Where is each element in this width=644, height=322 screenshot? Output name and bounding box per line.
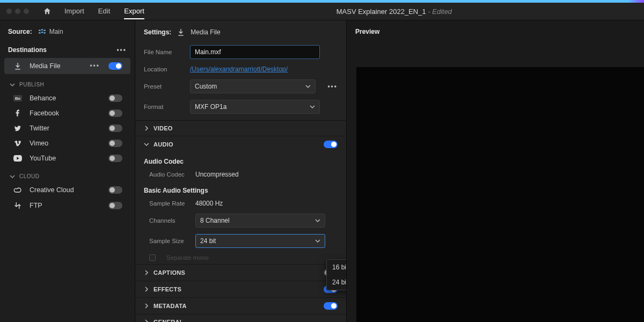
tab-edit[interactable]: Edit xyxy=(98,4,110,19)
section-video[interactable]: VIDEO xyxy=(135,120,346,136)
chevron-down-icon xyxy=(10,174,15,179)
preset-select[interactable]: Custom xyxy=(190,79,316,93)
destination-twitter-toggle[interactable] xyxy=(108,125,122,132)
destination-youtube-toggle[interactable] xyxy=(108,155,122,162)
source-value[interactable]: Main xyxy=(39,28,63,35)
file-name-input[interactable] xyxy=(190,45,320,59)
destination-label: FTP xyxy=(30,202,102,209)
destination-behance-toggle[interactable] xyxy=(108,94,122,102)
section-audio-label: AUDIO xyxy=(153,141,319,148)
destination-label: Creative Cloud xyxy=(30,186,102,194)
svg-rect-0 xyxy=(39,30,41,31)
destination-label: Media File xyxy=(30,62,83,70)
group-publish[interactable]: PUBLISH xyxy=(0,74,135,91)
preview-heading: Preview xyxy=(347,20,644,43)
title-bar: Import Edit Export MASV Explainer 2022_E… xyxy=(0,3,644,20)
section-audio[interactable]: AUDIO xyxy=(135,136,346,152)
sample-rate-value: 48000 Hz xyxy=(195,200,223,207)
destination-creative-cloud-toggle[interactable] xyxy=(108,186,122,194)
section-general-label: GENERAL xyxy=(153,319,338,322)
sample-size-option-24bit[interactable]: 24 bit ✓ xyxy=(327,275,347,290)
destination-item-more-icon[interactable]: ••• xyxy=(90,62,100,70)
chevron-right-icon xyxy=(144,319,149,322)
file-name-label: File Name xyxy=(144,49,184,55)
destinations-panel: Source: Main Destinations ••• Media File… xyxy=(0,20,135,322)
separate-mono-label: Separate mono xyxy=(166,254,209,261)
audio-codec-heading: Audio Codec xyxy=(135,152,346,167)
chevron-down-icon xyxy=(315,218,320,223)
destination-ftp-toggle[interactable] xyxy=(108,202,122,209)
media-file-icon xyxy=(12,62,23,70)
separate-mono-checkbox[interactable] xyxy=(149,254,156,261)
option-label: 16 bit xyxy=(332,264,347,271)
group-cloud-label: CLOUD xyxy=(19,173,40,179)
preset-more-icon[interactable]: ••• xyxy=(327,83,338,90)
sample-size-option-16bit[interactable]: 16 bit xyxy=(327,260,347,275)
section-metadata-toggle[interactable] xyxy=(324,302,338,310)
destination-vimeo-toggle[interactable] xyxy=(108,140,122,147)
destination-media-file-toggle[interactable] xyxy=(108,62,122,70)
sample-size-dropdown: 16 bit 24 bit ✓ xyxy=(326,259,347,290)
section-captions-label: CAPTIONS xyxy=(153,269,319,276)
main-tabs: Import Edit Export xyxy=(64,4,144,19)
section-general[interactable]: GENERAL xyxy=(135,314,346,322)
location-link[interactable]: /Users/alexandramarriott/Desktop/ xyxy=(190,65,288,73)
tab-import[interactable]: Import xyxy=(64,4,84,19)
close-dot[interactable] xyxy=(6,9,12,14)
sample-size-select[interactable]: 24 bit xyxy=(195,234,325,248)
project-title: MASV Explainer 2022_EN_1 - Edited xyxy=(144,8,644,16)
channels-select[interactable]: 8 Channel xyxy=(195,214,325,228)
minimize-dot[interactable] xyxy=(15,9,20,14)
destination-behance[interactable]: Be Behance xyxy=(4,91,130,106)
home-icon[interactable] xyxy=(43,7,52,16)
destination-twitter[interactable]: Twitter xyxy=(4,121,130,136)
sequence-icon xyxy=(39,29,46,34)
maximize-dot[interactable] xyxy=(24,9,29,14)
destination-facebook-toggle[interactable] xyxy=(108,109,122,117)
project-name: MASV Explainer 2022_EN_1 xyxy=(336,8,426,16)
media-file-icon xyxy=(177,28,185,36)
settings-panel: Settings: Media File File Name Location … xyxy=(135,20,347,322)
group-cloud[interactable]: CLOUD xyxy=(0,166,135,182)
section-audio-toggle[interactable] xyxy=(324,141,338,148)
location-label: Location xyxy=(144,66,184,72)
section-metadata[interactable]: METADATA xyxy=(135,297,346,314)
format-select[interactable]: MXF OP1a xyxy=(190,100,320,114)
svg-rect-1 xyxy=(41,29,43,30)
section-captions[interactable]: CAPTIONS xyxy=(135,264,346,281)
destination-youtube[interactable]: YouTube xyxy=(4,151,130,166)
basic-audio-heading: Basic Audio Settings xyxy=(135,181,346,196)
channels-label: Channels xyxy=(149,217,189,224)
section-video-label: VIDEO xyxy=(153,125,338,131)
svg-rect-4 xyxy=(41,32,43,33)
svg-rect-2 xyxy=(43,30,46,31)
section-metadata-label: METADATA xyxy=(153,303,319,309)
source-label: Source: xyxy=(8,28,32,35)
chevron-right-icon xyxy=(144,303,149,309)
window-controls[interactable] xyxy=(0,9,35,14)
format-value: MXF OP1a xyxy=(195,103,226,111)
channels-value: 8 Channel xyxy=(200,217,230,224)
chevron-down-icon xyxy=(144,142,149,147)
format-label: Format xyxy=(144,104,184,110)
destination-facebook[interactable]: Facebook xyxy=(4,106,130,121)
preview-canvas xyxy=(356,67,644,322)
destination-creative-cloud[interactable]: Creative Cloud xyxy=(4,182,130,197)
destination-label: Vimeo xyxy=(30,140,102,147)
settings-context: Media File xyxy=(191,28,220,36)
destination-media-file[interactable]: Media File ••• xyxy=(4,58,130,74)
audio-codec-label: Audio Codec xyxy=(144,171,189,178)
youtube-icon xyxy=(12,155,23,162)
chevron-down-icon xyxy=(10,82,15,87)
vimeo-icon xyxy=(12,140,23,147)
destination-label: Facebook xyxy=(30,109,102,117)
preset-label: Preset xyxy=(144,83,184,90)
destinations-more-icon[interactable]: ••• xyxy=(116,46,127,54)
destination-ftp[interactable]: FTP xyxy=(4,197,130,214)
creative-cloud-icon xyxy=(12,187,23,193)
tab-export[interactable]: Export xyxy=(124,4,144,19)
svg-rect-5 xyxy=(43,32,46,33)
section-effects[interactable]: EFFECTS xyxy=(135,281,346,297)
destination-vimeo[interactable]: Vimeo xyxy=(4,136,130,151)
destination-label: YouTube xyxy=(30,155,102,162)
